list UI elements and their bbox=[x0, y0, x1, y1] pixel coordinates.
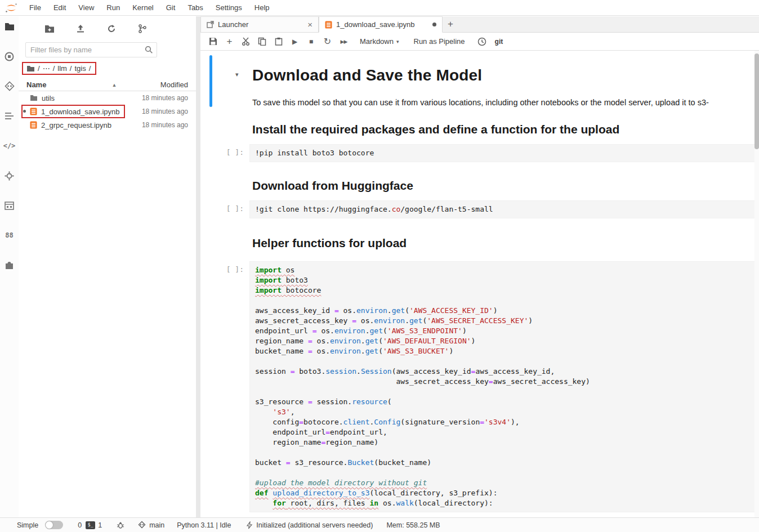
menu-tabs[interactable]: Tabs bbox=[181, 0, 209, 15]
notebook-content: ▾ Download and Save the Model To save th… bbox=[200, 51, 759, 517]
terminal-icon[interactable]: $_ bbox=[86, 521, 95, 529]
grid-icon[interactable]: 88 bbox=[0, 225, 19, 245]
table-of-contents-icon[interactable] bbox=[0, 106, 19, 126]
markdown-cell-download-heading[interactable]: Download from Huggingface bbox=[200, 164, 759, 198]
pipeline-editor-icon[interactable] bbox=[0, 195, 19, 216]
settings-icon[interactable] bbox=[0, 166, 19, 186]
notebook-icon bbox=[325, 21, 332, 29]
chevron-down-icon: ▾ bbox=[396, 39, 399, 44]
code-editor[interactable]: !pip install boto3 botocore bbox=[249, 144, 759, 162]
refresh-icon[interactable] bbox=[105, 23, 118, 35]
markdown-h1: Download and Save the Model bbox=[252, 66, 759, 84]
scrollbar-thumb[interactable] bbox=[754, 53, 759, 149]
paste-icon[interactable] bbox=[270, 35, 287, 48]
git-icon[interactable] bbox=[0, 76, 19, 96]
branch-name[interactable]: main bbox=[149, 521, 164, 529]
code-cell-pip-install[interactable]: [ ]: !pip install boto3 botocore bbox=[200, 142, 759, 164]
search-icon[interactable] bbox=[145, 46, 153, 54]
restart-run-all-icon[interactable]: ▶▶ bbox=[336, 35, 352, 48]
markdown-h2: Install the required packages and define… bbox=[249, 117, 759, 140]
insert-cell-icon[interactable]: + bbox=[221, 35, 238, 48]
filter-files-input[interactable] bbox=[30, 46, 145, 54]
menu-run[interactable]: Run bbox=[100, 0, 126, 15]
file-row-download-save[interactable]: 1_download_save.ipynb 18 minutes ago bbox=[19, 105, 196, 118]
terminal-count[interactable]: 1 bbox=[98, 521, 102, 529]
code-cell-upload-helpers[interactable]: [ ]: import osimport boto3import botocor… bbox=[200, 256, 759, 515]
tab-launcher[interactable]: Launcher × bbox=[200, 16, 319, 32]
close-icon[interactable]: × bbox=[307, 20, 312, 29]
jupyter-logo-icon bbox=[4, 2, 19, 14]
git-branch-icon[interactable] bbox=[138, 521, 146, 529]
scrollbar-track[interactable] bbox=[754, 51, 759, 517]
menu-help[interactable]: Help bbox=[248, 0, 276, 15]
markdown-paragraph: To save this model so that you can use i… bbox=[252, 98, 759, 107]
menu-file[interactable]: File bbox=[23, 0, 47, 15]
kernel-count[interactable]: 0 bbox=[78, 521, 82, 529]
servers-status[interactable]: Initialized (additional servers needed) bbox=[256, 521, 373, 529]
breadcrumb-sep: / bbox=[38, 64, 40, 73]
code-editor[interactable]: import osimport boto3import botocore aws… bbox=[249, 261, 759, 512]
markdown-cell-install-heading[interactable]: Install the required packages and define… bbox=[200, 111, 759, 142]
file-row-grpc-request[interactable]: 2_grpc_request.ipynb 18 minutes ago bbox=[19, 118, 196, 132]
file-browser-panel: / ⋯ / llm / tgis / Name ▲ Modified utils… bbox=[19, 16, 196, 517]
file-name: 1_download_save.ipynb bbox=[41, 108, 120, 116]
breadcrumb-item-llm[interactable]: llm bbox=[57, 64, 67, 73]
tab-bar: Launcher × 1_download_save.ipynb + bbox=[200, 16, 759, 33]
menu-settings[interactable]: Settings bbox=[209, 0, 248, 15]
new-tab-button[interactable]: + bbox=[443, 16, 458, 32]
menu-kernel[interactable]: Kernel bbox=[126, 0, 160, 15]
file-name: utils bbox=[42, 94, 55, 102]
column-modified[interactable]: Modified bbox=[160, 81, 188, 89]
code-snippets-icon[interactable]: </> bbox=[0, 136, 19, 156]
markdown-h2: Helper functions for upload bbox=[249, 231, 759, 253]
git-clone-icon[interactable] bbox=[136, 23, 149, 35]
markdown-cell-intro[interactable]: ▾ Download and Save the Model To save th… bbox=[200, 51, 759, 111]
launcher-icon bbox=[207, 21, 214, 28]
run-icon[interactable]: ▶ bbox=[287, 35, 303, 48]
markdown-cell-helper-heading[interactable]: Helper functions for upload bbox=[200, 221, 759, 256]
clock-icon[interactable] bbox=[474, 35, 490, 48]
bug-icon[interactable] bbox=[117, 521, 124, 529]
tab-label: 1_download_save.ipynb bbox=[336, 20, 415, 29]
cell-prompt: [ ]: bbox=[216, 261, 244, 274]
stop-icon[interactable]: ■ bbox=[303, 35, 319, 48]
menu-bar: File Edit View Run Kernel Git Tabs Setti… bbox=[0, 0, 759, 16]
run-as-pipeline-button[interactable]: Run as Pipeline bbox=[410, 37, 468, 46]
running-sessions-icon[interactable] bbox=[0, 46, 19, 66]
cut-icon[interactable] bbox=[238, 35, 254, 48]
panel-divider[interactable] bbox=[196, 16, 200, 517]
sort-asc-icon[interactable]: ▲ bbox=[111, 82, 117, 88]
breadcrumb-ellipsis[interactable]: ⋯ bbox=[43, 64, 50, 73]
left-activity-bar: </> 88 bbox=[0, 16, 19, 517]
code-editor[interactable]: !git clone https://huggingface.co/google… bbox=[249, 200, 759, 218]
status-bar: Simple 0 $_ 1 main Python 3.11 | Idle In… bbox=[0, 517, 759, 532]
markdown-h2: Download from Huggingface bbox=[249, 173, 759, 196]
menu-view[interactable]: View bbox=[72, 0, 100, 15]
file-modified: 18 minutes ago bbox=[142, 94, 188, 102]
collapser-icon[interactable]: ▾ bbox=[235, 71, 239, 78]
menu-git[interactable]: Git bbox=[160, 0, 182, 15]
code-cell-git-clone[interactable]: [ ]: !git clone https://huggingface.co/g… bbox=[200, 198, 759, 221]
new-folder-icon[interactable] bbox=[43, 23, 56, 35]
notebook-icon bbox=[30, 108, 37, 115]
cell-type-dropdown[interactable]: Markdown ▾ bbox=[356, 37, 403, 46]
upload-icon[interactable] bbox=[74, 23, 87, 35]
git-toolbar-label[interactable]: git bbox=[495, 38, 503, 46]
extension-manager-icon[interactable] bbox=[0, 255, 19, 275]
column-name[interactable]: Name bbox=[26, 81, 46, 89]
file-list-header: Name ▲ Modified bbox=[19, 79, 196, 91]
copy-icon[interactable] bbox=[254, 35, 270, 48]
breadcrumb-item-tgis[interactable]: tgis bbox=[74, 64, 86, 73]
unsaved-dot-icon[interactable] bbox=[432, 23, 436, 26]
kernel-status[interactable]: Python 3.11 | Idle bbox=[177, 521, 231, 529]
save-icon[interactable] bbox=[205, 35, 221, 48]
file-row-utils[interactable]: utils 18 minutes ago bbox=[19, 91, 196, 105]
restart-kernel-icon[interactable]: ↻ bbox=[319, 35, 336, 48]
tab-notebook[interactable]: 1_download_save.ipynb bbox=[319, 16, 443, 33]
memory-usage: Mem: 558.25 MB bbox=[386, 521, 440, 529]
filter-files-box bbox=[25, 42, 157, 57]
simple-mode-toggle[interactable] bbox=[45, 521, 63, 529]
file-browser-icon[interactable] bbox=[0, 16, 19, 37]
home-folder-icon[interactable] bbox=[26, 65, 35, 72]
menu-edit[interactable]: Edit bbox=[47, 0, 72, 15]
